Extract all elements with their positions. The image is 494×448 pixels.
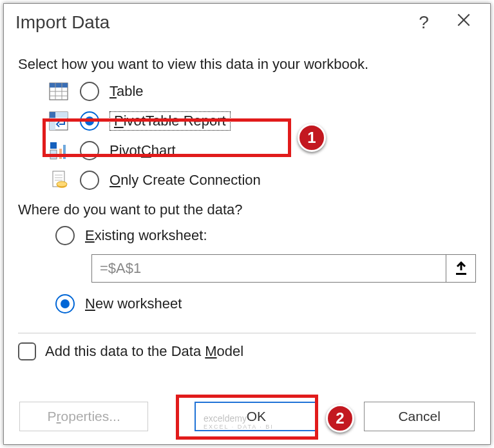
titlebar: Import Data ? bbox=[4, 4, 490, 44]
label-table: Table bbox=[109, 83, 144, 100]
location-option-new[interactable]: New worksheet bbox=[55, 289, 476, 319]
svg-rect-22 bbox=[456, 273, 466, 275]
import-data-dialog: Import Data ? Select how you want to vie… bbox=[3, 3, 491, 445]
dialog-title: Import Data bbox=[15, 12, 404, 33]
svg-rect-3 bbox=[50, 83, 68, 88]
radio-existing[interactable] bbox=[55, 226, 75, 245]
svg-rect-10 bbox=[55, 112, 68, 118]
pivotchart-icon bbox=[48, 140, 70, 162]
dialog-body: Select how you want to view this data in… bbox=[4, 44, 490, 387]
svg-rect-14 bbox=[59, 149, 62, 159]
svg-rect-11 bbox=[50, 118, 55, 130]
svg-rect-15 bbox=[63, 145, 66, 159]
location-option-existing[interactable]: Existing worksheet: bbox=[55, 221, 476, 250]
radio-connection[interactable] bbox=[80, 171, 99, 190]
pivottable-icon bbox=[48, 110, 70, 132]
cell-reference-row: =$A$1 bbox=[91, 254, 476, 283]
view-option-pivotchart[interactable]: PivotChart bbox=[48, 136, 476, 165]
view-option-table[interactable]: Table bbox=[48, 77, 476, 106]
annotation-callout-2: 2 bbox=[326, 404, 354, 433]
svg-rect-9 bbox=[50, 112, 55, 118]
help-icon[interactable]: ? bbox=[404, 12, 444, 33]
radio-pivotchart[interactable] bbox=[80, 141, 99, 160]
label-pivotchart: PivotChart bbox=[109, 142, 176, 159]
connection-icon bbox=[48, 169, 70, 191]
svg-point-21 bbox=[57, 182, 67, 187]
view-option-connection[interactable]: Only Create Connection bbox=[48, 165, 476, 195]
cell-reference-input[interactable]: =$A$1 bbox=[91, 254, 446, 283]
label-new: New worksheet bbox=[85, 295, 182, 312]
svg-rect-12 bbox=[50, 142, 57, 149]
label-connection: Only Create Connection bbox=[109, 172, 261, 189]
view-prompt: Select how you want to view this data in… bbox=[18, 56, 476, 73]
view-option-pivottable[interactable]: PivotTable Report bbox=[48, 106, 476, 136]
annotation-callout-1: 1 bbox=[298, 124, 326, 152]
view-option-group: Table PivotTable Report PivotChart bbox=[48, 77, 476, 195]
data-model-row[interactable]: Add this data to the Data Model bbox=[18, 333, 476, 360]
label-pivottable: PivotTable Report bbox=[109, 111, 231, 131]
svg-rect-13 bbox=[50, 150, 57, 159]
label-data-model: Add this data to the Data Model bbox=[45, 343, 243, 360]
location-prompt: Where do you want to put the data? bbox=[18, 201, 476, 218]
cancel-button[interactable]: Cancel bbox=[364, 402, 475, 431]
ok-button[interactable]: OK bbox=[195, 402, 318, 431]
button-row: Properties... OK Cancel bbox=[4, 387, 490, 444]
table-icon bbox=[48, 80, 70, 102]
location-option-group: Existing worksheet: =$A$1 New worksheet bbox=[55, 221, 476, 319]
close-icon[interactable] bbox=[444, 12, 484, 33]
radio-new[interactable] bbox=[55, 294, 75, 313]
label-existing: Existing worksheet: bbox=[85, 227, 207, 244]
collapse-dialog-icon bbox=[455, 261, 468, 275]
range-selector-button[interactable] bbox=[446, 254, 476, 283]
properties-button: Properties... bbox=[19, 402, 148, 431]
radio-table[interactable] bbox=[80, 82, 99, 101]
radio-pivottable[interactable] bbox=[80, 111, 99, 131]
checkbox-data-model[interactable] bbox=[18, 342, 36, 360]
